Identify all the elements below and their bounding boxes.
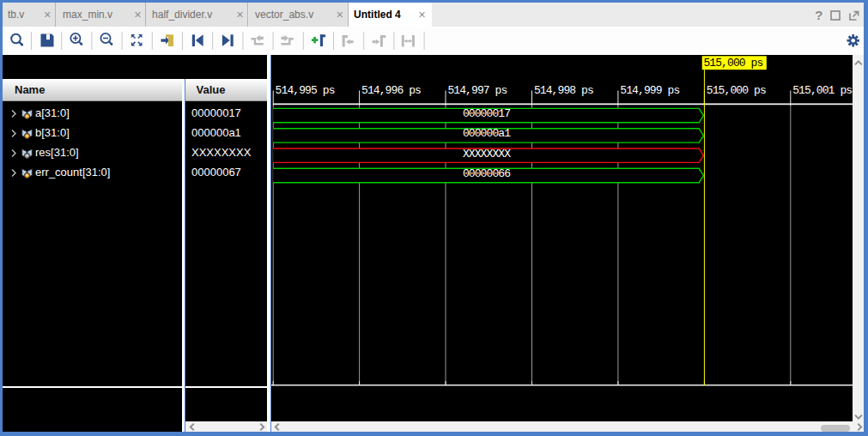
svg-text:514,999 ps: 514,999 ps bbox=[620, 84, 679, 97]
svg-text:000000a1: 000000a1 bbox=[462, 127, 510, 140]
svg-text:00000017: 00000017 bbox=[462, 107, 509, 120]
svg-text:XXXXXXXX: XXXXXXXX bbox=[462, 147, 510, 160]
svg-text:514,995 ps: 514,995 ps bbox=[275, 84, 334, 97]
svg-text:515,001 ps: 515,001 ps bbox=[792, 84, 852, 97]
svg-text:514,996 ps: 514,996 ps bbox=[361, 84, 421, 97]
svg-text:514,997 ps: 514,997 ps bbox=[447, 84, 507, 97]
svg-text:00000066: 00000066 bbox=[462, 167, 509, 180]
svg-text:515,000 ps: 515,000 ps bbox=[706, 84, 765, 97]
svg-text:515,000 ps: 515,000 ps bbox=[703, 57, 762, 70]
svg-text:514,998 ps: 514,998 ps bbox=[533, 84, 592, 97]
